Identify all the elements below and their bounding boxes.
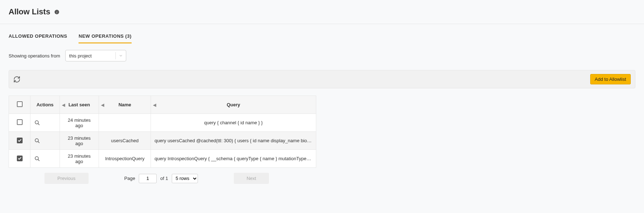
page-center: Page of 1 5 rows <box>124 174 198 183</box>
column-header-last-seen[interactable]: ◀ Last seen <box>60 96 99 114</box>
cell-name: usersCached <box>99 132 151 150</box>
refresh-icon[interactable] <box>13 76 20 83</box>
cell-last-seen: 23 minutes ago <box>60 150 99 168</box>
column-header-query[interactable]: ◀ Query <box>151 96 316 114</box>
svg-point-2 <box>35 121 38 124</box>
table-row: 24 minutes agoquery { channel { id name … <box>9 114 316 132</box>
svg-line-3 <box>38 123 39 125</box>
view-icon[interactable] <box>34 120 56 126</box>
table-row: 23 minutes agousersCachedquery usersCach… <box>9 132 316 150</box>
project-select[interactable]: this project <box>65 50 126 61</box>
cell-name <box>99 114 151 132</box>
row-checkbox[interactable] <box>17 156 23 161</box>
table-toolbar: Add to Allowlist <box>9 70 635 88</box>
svg-line-5 <box>38 141 39 143</box>
pagination: Previous Page of 1 5 rows Next <box>9 168 316 184</box>
column-header-actions: Actions <box>30 96 60 114</box>
tabs: ALLOWED OPERATIONS NEW OPERATIONS (3) <box>9 31 635 43</box>
cell-query: query { channel { id name } } <box>151 114 316 132</box>
operations-table: Actions ◀ Last seen ◀ Name ◀ Query <box>9 96 316 168</box>
next-button[interactable]: Next <box>234 173 269 184</box>
page-input[interactable] <box>139 174 157 183</box>
column-header-checkbox <box>9 96 30 114</box>
rows-per-page-select[interactable]: 5 rows <box>172 174 198 183</box>
svg-line-7 <box>38 159 39 161</box>
previous-button[interactable]: Previous <box>44 173 89 184</box>
cell-name: IntrospectionQuery <box>99 150 151 168</box>
info-icon[interactable]: i <box>54 9 60 15</box>
table-row: 23 minutes agoIntrospectionQueryquery In… <box>9 150 316 168</box>
filter-row: Showing operations from this project <box>9 50 635 61</box>
select-all-checkbox[interactable] <box>17 101 23 107</box>
page-label: Page <box>124 176 135 181</box>
cell-last-seen: 23 minutes ago <box>60 132 99 150</box>
page-of-label: of 1 <box>160 176 168 181</box>
view-icon[interactable] <box>34 138 56 144</box>
view-icon[interactable] <box>34 156 56 162</box>
row-checkbox[interactable] <box>17 119 23 125</box>
sort-caret-icon: ◀ <box>101 102 104 107</box>
svg-point-6 <box>35 157 38 160</box>
filter-label: Showing operations from <box>9 53 60 59</box>
column-header-name[interactable]: ◀ Name <box>99 96 151 114</box>
row-checkbox[interactable] <box>17 138 23 143</box>
project-select-value: this project <box>66 53 115 59</box>
tab-new-operations[interactable]: NEW OPERATIONS (3) <box>79 31 131 43</box>
sort-caret-icon: ◀ <box>62 102 65 107</box>
chevron-down-icon <box>116 54 126 58</box>
svg-point-4 <box>35 139 38 142</box>
add-to-allowlist-button[interactable]: Add to Allowlist <box>590 74 631 84</box>
sort-caret-icon: ◀ <box>153 102 156 107</box>
page-title: Allow Lists <box>9 7 50 17</box>
page-header: Allow Lists i <box>0 7 644 24</box>
cell-query: query usersCached @cached(ttl: 300) { us… <box>151 132 316 150</box>
cell-last-seen: 24 minutes ago <box>60 114 99 132</box>
cell-query: query IntrospectionQuery { __schema { qu… <box>151 150 316 168</box>
tab-allowed-operations[interactable]: ALLOWED OPERATIONS <box>9 31 67 43</box>
